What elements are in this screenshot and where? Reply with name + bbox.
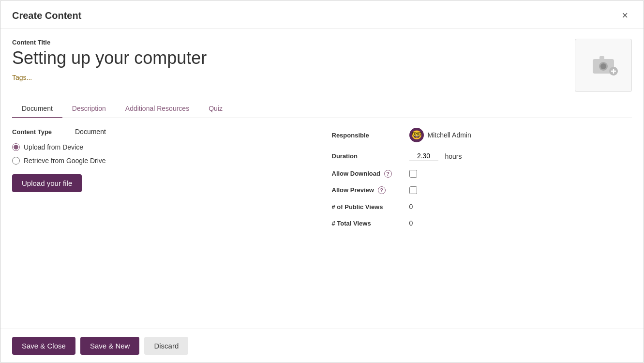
tab-additional-resources[interactable]: Additional Resources xyxy=(116,100,199,118)
responsible-value: 🤓 Mitchell Admin xyxy=(409,128,471,142)
content-title-label: Content Title xyxy=(12,39,565,46)
duration-label: Duration xyxy=(332,152,409,160)
plus-icon xyxy=(609,67,618,76)
duration-row: Duration hours xyxy=(332,151,632,161)
right-column: Responsible 🤓 Mitchell Admin Duration ho… xyxy=(332,128,632,321)
radio-group: Upload from Device Retrieve from Google … xyxy=(12,143,313,165)
modal-header: Create Content × xyxy=(0,0,644,29)
duration-value: hours xyxy=(409,151,462,161)
upload-radio[interactable] xyxy=(12,143,20,151)
allow-preview-checkbox-wrapper xyxy=(409,186,417,194)
allow-download-checkbox-wrapper xyxy=(409,170,417,178)
close-button[interactable]: × xyxy=(618,8,632,23)
content-title-value: Setting up your computer xyxy=(12,48,565,68)
tab-quiz[interactable]: Quiz xyxy=(199,100,232,118)
svg-rect-3 xyxy=(599,56,604,60)
hours-label: hours xyxy=(445,152,462,160)
thumbnail-box[interactable] xyxy=(575,39,632,92)
allow-preview-row: Allow Preview ? xyxy=(332,186,632,194)
allow-download-row: Allow Download ? xyxy=(332,170,632,178)
content-type-value: Document xyxy=(75,128,106,136)
modal-footer: Save & Close Save & New Discard xyxy=(0,329,644,363)
content-type-row: Content Type Document xyxy=(12,128,313,136)
public-views-row: # of Public Views 0 xyxy=(332,203,632,211)
retrieve-google-drive-option[interactable]: Retrieve from Google Drive xyxy=(12,157,313,165)
form-section: Content Type Document Upload from Device… xyxy=(12,128,632,321)
save-new-button[interactable]: Save & New xyxy=(80,337,140,355)
allow-preview-label: Allow Preview ? xyxy=(332,186,409,194)
tab-document[interactable]: Document xyxy=(12,100,62,118)
google-drive-radio[interactable] xyxy=(12,157,20,165)
public-views-label: # of Public Views xyxy=(332,203,409,211)
allow-download-label: Allow Download ? xyxy=(332,170,409,178)
public-views-value: 0 xyxy=(409,203,413,211)
upload-from-device-option[interactable]: Upload from Device xyxy=(12,143,313,151)
upload-option-label: Upload from Device xyxy=(24,143,83,151)
allow-preview-checkbox[interactable] xyxy=(409,186,417,194)
modal-body: Content Title Setting up your computer T… xyxy=(0,29,644,329)
title-section: Content Title Setting up your computer T… xyxy=(12,39,565,82)
avatar: 🤓 xyxy=(409,128,424,142)
total-views-label: # Total Views xyxy=(332,220,409,227)
create-content-modal: Create Content × Content Title Setting u… xyxy=(0,0,644,363)
responsible-label: Responsible xyxy=(332,132,409,139)
tabs: Document Description Additional Resource… xyxy=(12,100,632,118)
content-type-label: Content Type xyxy=(12,128,75,136)
save-close-button[interactable]: Save & Close xyxy=(12,337,75,355)
left-column: Content Type Document Upload from Device… xyxy=(12,128,313,321)
tab-description[interactable]: Description xyxy=(62,100,116,118)
top-section: Content Title Setting up your computer T… xyxy=(12,39,632,92)
allow-preview-help-icon[interactable]: ? xyxy=(378,186,386,194)
total-views-value: 0 xyxy=(409,219,413,227)
thumbnail-icon xyxy=(592,54,615,76)
duration-input[interactable] xyxy=(409,151,438,161)
upload-file-button[interactable]: Upload your file xyxy=(12,174,82,192)
discard-button[interactable]: Discard xyxy=(144,337,188,355)
modal-title: Create Content xyxy=(12,10,81,21)
allow-download-checkbox[interactable] xyxy=(409,170,417,178)
total-views-row: # Total Views 0 xyxy=(332,219,632,227)
responsible-name: Mitchell Admin xyxy=(428,131,471,139)
allow-download-help-icon[interactable]: ? xyxy=(384,170,392,178)
svg-point-2 xyxy=(600,63,606,69)
tags-link[interactable]: Tags... xyxy=(12,74,32,81)
responsible-row: Responsible 🤓 Mitchell Admin xyxy=(332,128,632,142)
retrieve-option-label: Retrieve from Google Drive xyxy=(24,157,106,165)
